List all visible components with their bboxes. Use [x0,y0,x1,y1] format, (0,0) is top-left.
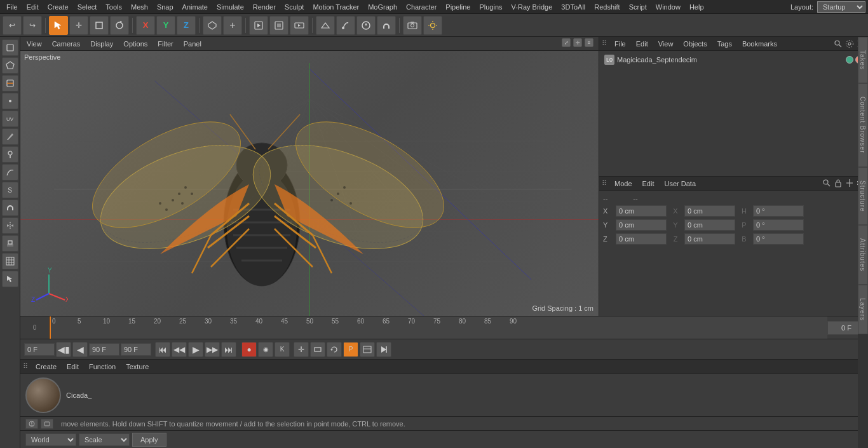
tool-polygon[interactable] [2,57,18,74]
tab-content-browser[interactable]: Content Browser [858,83,868,166]
x-axis-button[interactable]: X [136,16,155,35]
tool-model[interactable] [2,39,18,56]
attr-p-rot[interactable] [753,219,804,231]
tool-spline[interactable] [2,164,18,180]
tab-layers[interactable]: Layers [858,285,868,334]
mat-menu-function[interactable]: Function [86,362,118,372]
attr-menu-userdata[interactable]: User Data [662,179,699,189]
obj-menu-view[interactable]: View [656,39,676,49]
start-frame-field[interactable] [24,343,55,356]
attr-b-rot[interactable] [753,233,804,245]
record-btn[interactable]: ● [241,342,257,357]
viewport-menu-view[interactable]: View [24,39,44,49]
tab-takes[interactable]: Takes [858,37,868,83]
tool-grid[interactable] [2,253,18,269]
menu-simulate[interactable]: Simulate [213,2,248,12]
menu-script[interactable]: Script [625,2,651,12]
attr-pin-icon[interactable] [845,179,854,189]
render-region-button[interactable] [269,16,288,35]
status-icon-1[interactable] [25,419,38,429]
redo-button[interactable]: ↪ [23,16,42,35]
tool-brush[interactable] [2,146,18,163]
viewport-menu-filter[interactable]: Filter [155,39,175,49]
autokey-btn[interactable]: ◉ [258,342,273,357]
tool-selection[interactable] [2,271,18,287]
tool-edge[interactable] [2,75,18,92]
tab-structure[interactable]: Structure [858,167,868,226]
render-preview-btn[interactable] [376,342,391,357]
menu-tools[interactable]: Tools [102,2,126,12]
loop-playback-btn[interactable] [327,342,342,357]
tool-sketch[interactable]: S [2,182,18,198]
menu-mograph[interactable]: MoGraph [364,2,401,12]
y-axis-button[interactable]: Y [156,16,175,35]
viewport-move-button[interactable]: ✛ [573,38,582,47]
viewport[interactable]: View Cameras Display Options Filter Pane… [20,37,599,316]
timeline-ruler[interactable]: 0 5 10 15 20 25 30 35 40 45 50 55 60 65 … [50,316,827,339]
viewport-canvas[interactable]: Perspective [20,51,599,316]
obj-menu-file[interactable]: File [612,39,628,49]
menu-edit[interactable]: Edit [23,2,43,12]
attr-z-pos[interactable] [616,233,667,245]
menu-create[interactable]: Create [44,2,72,12]
play-btn[interactable]: ▶ [188,342,203,357]
attr-x-size[interactable] [684,205,735,217]
end-frame2-field[interactable] [121,343,151,356]
viewport-menu-display[interactable]: Display [88,39,116,49]
tool-magnet[interactable] [2,200,18,216]
viewport-maximize-button[interactable]: ⤢ [562,38,571,47]
record-auto-btn[interactable]: P [343,342,358,357]
prev-frame-btn[interactable]: ◀◀ [172,342,187,357]
menu-plugins[interactable]: Plugins [475,2,506,12]
mat-menu-edit[interactable]: Edit [64,362,81,372]
view-perspective-button[interactable] [316,16,335,35]
tool-uvw[interactable]: UV [2,111,18,127]
obj-settings-icon[interactable] [845,39,854,48]
attr-y-pos[interactable] [616,219,667,231]
nav-prev-btn[interactable]: ◀▮ [56,342,71,357]
mat-menu-texture[interactable]: Texture [123,362,151,372]
next-frame-btn[interactable]: ▶▶ [205,342,220,357]
attr-y-size[interactable] [684,219,735,231]
viewport-settings-button[interactable]: ≡ [585,38,593,47]
status-icon-2[interactable] [41,419,53,429]
z-axis-button[interactable]: Z [177,16,196,35]
scale-playback-btn[interactable] [310,342,325,357]
rotate-tool[interactable] [110,16,129,35]
tab-attributes[interactable]: Attributes [858,225,868,285]
go-end-btn[interactable]: ⏭ [221,342,236,357]
menu-mesh[interactable]: Mesh [127,2,152,12]
apply-button[interactable]: Apply [132,433,166,447]
obj-menu-edit[interactable]: Edit [634,39,651,49]
render-animation-button[interactable] [290,16,309,35]
render-view-button[interactable] [249,16,268,35]
move-tool[interactable]: ✛ [69,16,88,35]
tool-mirror[interactable] [2,217,18,234]
menu-redshift[interactable]: Redshift [590,2,623,12]
material-thumbnail[interactable] [25,377,61,413]
camera-button[interactable] [403,16,422,35]
scale-dropdown[interactable]: Scale Move Rotate [79,433,130,446]
menu-select[interactable]: Select [74,2,101,12]
menu-3dtoall[interactable]: 3DToAll [557,2,589,12]
tool-point[interactable] [2,93,18,109]
loop-tool[interactable] [356,16,376,35]
menu-vray[interactable]: V-Ray Bridge [508,2,557,12]
obj-menu-tags[interactable]: Tags [715,39,735,49]
layout-select[interactable]: Startup Standard Sculpting [817,1,865,13]
obj-menu-objects[interactable]: Objects [681,39,709,49]
undo-button[interactable]: ↩ [3,16,22,35]
mat-menu-create[interactable]: Create [33,362,59,372]
viewport-menu-options[interactable]: Options [121,39,150,49]
menu-render[interactable]: Render [249,2,280,12]
scale-tool[interactable] [90,16,109,35]
menu-character[interactable]: Character [402,2,440,12]
end-frame-field[interactable] [89,343,119,356]
viewport-menu-cameras[interactable]: Cameras [50,39,83,49]
go-start-btn[interactable]: ⏮ [155,342,170,357]
viewport-menu-panel[interactable]: Panel [181,39,204,49]
world-dropdown[interactable]: World Object Camera [25,433,76,446]
attr-h-rot[interactable] [753,205,804,217]
light-button[interactable] [423,16,442,35]
timeline-view-btn[interactable] [360,342,375,357]
